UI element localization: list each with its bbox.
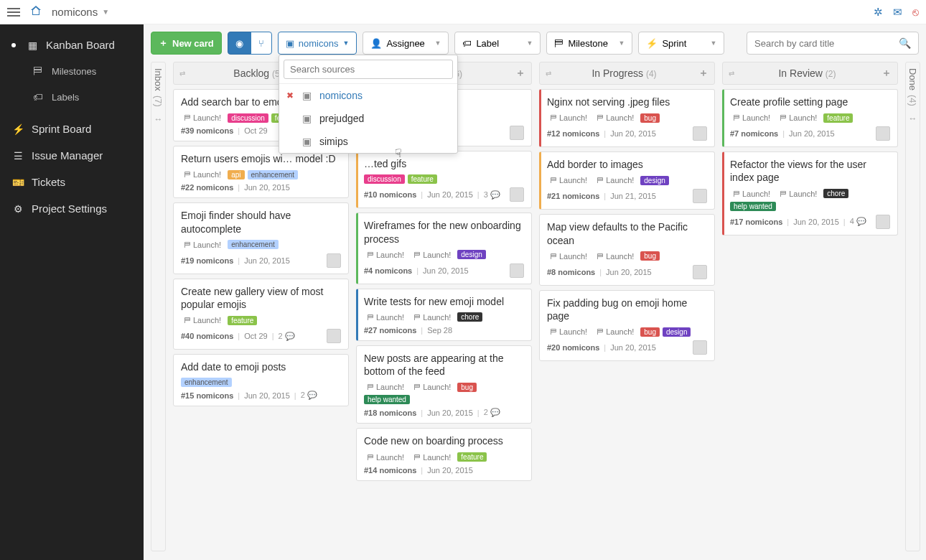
card-date: Jun 21, 2015 (610, 192, 656, 200)
sidebar-item-sprint[interactable]: ⚡ Sprint Board (0, 116, 144, 142)
milestone-icon: ⛿ (597, 177, 604, 184)
issues-toggle[interactable]: ◉ (228, 32, 251, 55)
column-count: (2) (826, 69, 836, 79)
sep: | (782, 129, 785, 138)
milestone-tag: ⛿Launch! (594, 251, 637, 261)
card-meta: #19 nomicons|Jun 20, 2015 (181, 253, 341, 268)
card-title: Write tests for new emoji model (364, 295, 524, 308)
sidebar-item-settings[interactable]: ⚙ Project Settings (0, 195, 144, 222)
kanban-card[interactable]: Wireframes for the new onboarding proces… (356, 213, 532, 284)
card-title: Add date to emoji posts (181, 360, 341, 373)
card-id: #14 nomicons (364, 466, 416, 475)
new-card-button[interactable]: ＋ New card (151, 32, 222, 55)
milestone-tag: ⛿Launch! (411, 382, 454, 392)
kanban-card[interactable]: Add border to images⛿Launch!⛿Launch!desi… (539, 151, 715, 210)
assignee-filter-dropdown[interactable]: 👤 Assignee ▼ (363, 32, 449, 55)
add-card-icon[interactable]: ＋ (698, 67, 708, 80)
done-rail[interactable]: Done (4) ↔ (905, 62, 920, 551)
milestone-tag: ⛿Launch! (181, 240, 225, 250)
card-meta: #21 nomicons|Jun 21, 2015 (547, 189, 707, 203)
grid-icon: ▦ (26, 39, 39, 51)
pr-toggle[interactable]: ⑂ (251, 32, 272, 55)
milestone-tag: ⛿Launch! (547, 113, 591, 123)
issue-pr-toggle: ◉ ⑂ (228, 32, 272, 55)
sidebar-item-tickets[interactable]: 🎫 Tickets (0, 169, 144, 195)
milestone-icon: ⛿ (780, 190, 787, 197)
inbox-rail[interactable]: Inbox (7) ↔ (151, 62, 166, 551)
logout-icon[interactable]: ⎋ (912, 6, 919, 18)
column-cards: Create profile setting page⛿Launch!⛿Laun… (722, 89, 898, 235)
kanban-card[interactable]: Code new on boarding process⛿Launch!⛿Lau… (356, 428, 532, 480)
sep: | (604, 129, 606, 138)
sources-search-input[interactable] (284, 60, 453, 79)
column-header[interactable]: ⇄In Review (2)＋ (722, 62, 898, 85)
sidebar: ▦ Kanban Board ⛿ Milestones 🏷 Labels ⚡ S… (0, 24, 144, 560)
add-card-icon[interactable]: ＋ (881, 67, 892, 80)
card-meta: #20 nomicons|Jun 20, 2015 (547, 340, 707, 355)
sep: | (477, 190, 480, 199)
drag-handle-icon[interactable]: ⇄ (729, 70, 733, 78)
drag-handle-icon[interactable]: ⇄ (179, 70, 184, 78)
project-breadcrumb[interactable]: nomicons ▼ (52, 6, 109, 18)
card-title: Fix padding bug on emoji home page (547, 297, 707, 322)
kanban-card[interactable]: Add date to emoji postsenhancement#15 no… (173, 354, 349, 406)
milestone-tag: ⛿Launch! (777, 113, 820, 123)
card-date: Jun 20, 2015 (610, 343, 656, 352)
kanban-card[interactable]: Create new gallery view of most popular … (173, 279, 349, 350)
card-id: #4 nomicons (364, 266, 412, 275)
milestone-filter-dropdown[interactable]: ⛿ Milestone ▼ (546, 32, 632, 55)
search-field[interactable] (754, 38, 899, 49)
kanban-card[interactable]: Map view defaults to the Pacific ocean⛿L… (539, 214, 715, 285)
card-id: #18 nomicons (364, 409, 416, 417)
card-title: Create new gallery view of most popular … (181, 285, 341, 311)
mail-icon[interactable]: ✉ (893, 6, 902, 19)
drag-handle-icon[interactable]: ⇄ (546, 70, 550, 78)
card-title: Map view defaults to the Pacific ocean (547, 220, 707, 246)
add-card-icon[interactable]: ＋ (515, 67, 525, 80)
card-meta: #8 nomicons|Jun 20, 2015 (547, 265, 707, 279)
repo-filter-dropdown[interactable]: ▣ nomicons ▼ (278, 32, 357, 55)
sidebar-item-issues[interactable]: ☰ Issue Manager (0, 142, 144, 169)
kanban-card[interactable]: Create profile setting page⛿Launch!⛿Laun… (722, 89, 898, 147)
card-tags: ⛿Launch!enhancement (181, 240, 341, 250)
active-bullet-icon (11, 43, 16, 47)
card-meta: #7 nomicons|Jun 20, 2015 (730, 126, 890, 141)
column-count: (4) (646, 69, 657, 79)
menu-toggle-icon[interactable] (7, 8, 20, 17)
label-badge: feature (228, 316, 257, 325)
sidebar-item-labels[interactable]: 🏷 Labels (0, 84, 144, 110)
source-item-nomicons[interactable]: ✖ ▣ nomicons (279, 84, 457, 107)
caret-down-icon: ▼ (618, 39, 625, 47)
card-tags: ⛿Launch!⛿Launch!bugdesign (547, 327, 707, 337)
source-item-simips[interactable]: ▣ simips (279, 130, 457, 153)
milestone-icon: ⛿ (780, 114, 787, 121)
kanban-card[interactable]: Nginx not serving .jpeg files⛿Launch!⛿La… (539, 89, 715, 147)
assignee-avatar (693, 265, 707, 279)
settings-gear-icon[interactable]: ✲ (874, 6, 883, 19)
source-item-prejudged[interactable]: ▣ prejudged (279, 107, 457, 130)
label-filter-dropdown[interactable]: 🏷 Label ▼ (454, 32, 541, 55)
caret-down-icon: ▼ (710, 39, 716, 47)
kanban-card[interactable]: Fix padding bug on emoji home page⛿Launc… (539, 290, 715, 361)
kanban-card[interactable]: Return users emojis wi… model :D⛿Launch!… (173, 146, 349, 198)
sprint-filter-dropdown[interactable]: ⚡ Sprint ▼ (638, 32, 724, 55)
remove-source-icon[interactable]: ✖ (286, 90, 295, 101)
label-badge: feature (408, 174, 437, 184)
sidebar-item-milestones[interactable]: ⛿ Milestones (0, 58, 144, 84)
repo-icon: ▣ (302, 90, 312, 101)
plus-icon: ＋ (159, 37, 168, 50)
kanban-card[interactable]: …ted gifsdiscussionfeature#10 nomicons|J… (356, 151, 532, 208)
card-search-input[interactable]: 🔍 (747, 32, 919, 55)
milestone-tag: ⛿Launch! (181, 113, 225, 123)
sidebar-item-kanban[interactable]: ▦ Kanban Board (0, 32, 144, 58)
card-date: Jun 20, 2015 (793, 218, 839, 226)
home-icon[interactable] (30, 5, 42, 19)
column-title: In Progress (4) (554, 67, 694, 79)
kanban-card[interactable]: Write tests for new emoji model⛿Launch!⛿… (356, 289, 532, 341)
card-date: Jun 20, 2015 (427, 466, 473, 475)
kanban-card[interactable]: Refactor the views for the user index pa… (722, 151, 898, 235)
repo-icon: ▣ (286, 38, 294, 49)
kanban-card[interactable]: New posts are appearing at the bottom of… (356, 345, 532, 424)
column-header[interactable]: ⇄In Progress (4)＋ (539, 62, 715, 85)
kanban-card[interactable]: Emoji finder should have autocomplete⛿La… (173, 202, 349, 274)
